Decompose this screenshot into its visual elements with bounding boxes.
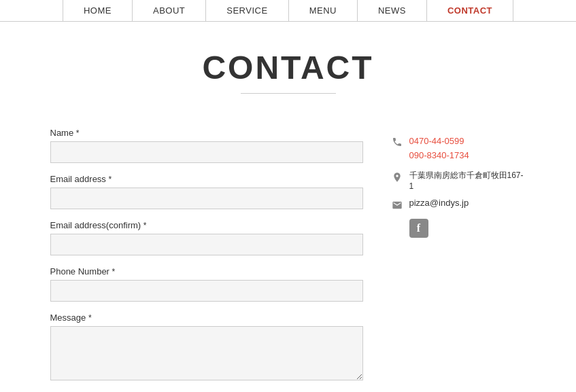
address-text: 千葉県南房総市千倉町牧田167-1	[409, 170, 526, 191]
email-input[interactable]	[50, 188, 363, 209]
contact-layout: Name * Email address * Email address(con…	[50, 114, 526, 392]
phone-input[interactable]	[50, 280, 363, 302]
nav-menu[interactable]: MENU	[289, 0, 358, 21]
message-input[interactable]	[50, 326, 363, 380]
email-icon	[390, 198, 404, 212]
form-section: Name * Email address * Email address(con…	[50, 128, 363, 392]
name-field-group: Name *	[50, 128, 363, 163]
phone-label: Phone Number *	[50, 266, 363, 277]
message-label: Message *	[50, 313, 363, 323]
phone-numbers: 0470-44-0599 090-8340-1734	[409, 135, 469, 163]
phone-required: *	[112, 267, 116, 277]
page-title-section: CONTACT	[14, 22, 562, 114]
phone1: 0470-44-0599	[409, 135, 469, 149]
email-confirm-input[interactable]	[50, 234, 363, 255]
nav-home[interactable]: HOME	[63, 0, 133, 21]
info-section: 0470-44-0599 090-8340-1734 千葉県南房総市千倉町牧田1…	[390, 128, 526, 392]
address-info-row: 千葉県南房総市千倉町牧田167-1	[390, 170, 526, 191]
message-field-group: Message *	[50, 313, 363, 382]
phone-info-row: 0470-44-0599 090-8340-1734	[390, 135, 526, 163]
email-label: Email address *	[50, 174, 363, 184]
email-required: *	[109, 175, 112, 184]
nav-service[interactable]: SERVICE	[206, 0, 288, 21]
title-divider	[241, 93, 336, 94]
phone-field-group: Phone Number *	[50, 266, 363, 302]
email-address-text: pizza@indys.jp	[409, 198, 469, 208]
page-content: CONTACT Name * Email address * Email add…	[0, 22, 576, 392]
name-required: *	[76, 128, 80, 138]
page-title: CONTACT	[14, 49, 562, 86]
email-confirm-field-group: Email address(confirm) *	[50, 220, 363, 255]
email-confirm-required: *	[143, 221, 147, 230]
name-input[interactable]	[50, 141, 363, 163]
nav-contact[interactable]: CONTACT	[427, 0, 513, 21]
phone2: 090-8340-1734	[409, 149, 469, 163]
name-label: Name *	[50, 128, 363, 138]
nav-news[interactable]: NEWS	[358, 0, 427, 21]
phone-icon	[390, 135, 404, 149]
message-required: *	[88, 313, 92, 323]
location-icon	[390, 171, 404, 184]
email-confirm-label: Email address(confirm) *	[50, 220, 363, 230]
nav-about[interactable]: ABOUT	[133, 0, 206, 21]
facebook-icon[interactable]: f	[409, 219, 428, 238]
navigation: HOME ABOUT SERVICE MENU NEWS CONTACT	[0, 0, 576, 22]
email-field-group: Email address *	[50, 174, 363, 209]
email-info-row: pizza@indys.jp	[390, 198, 526, 212]
